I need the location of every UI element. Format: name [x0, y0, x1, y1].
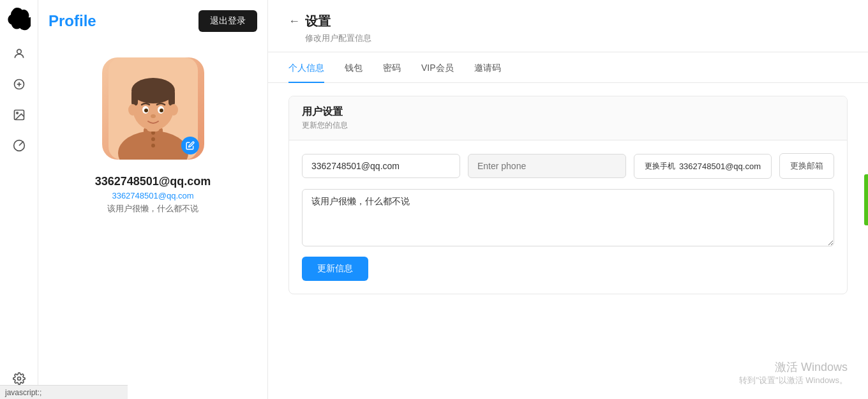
profile-panel: Profile 退出登录 [38, 0, 268, 399]
profile-email: 3362748501@qq.com [95, 175, 211, 188]
profile-bio: 该用户很懒，什么都不说 [107, 203, 198, 215]
settings-card-title: 用户设置 [302, 105, 834, 119]
svg-point-23 [144, 109, 148, 112]
settings-card-body: 更换手机 3362748501@qq.com 更换邮箱 该用户很懒，什么都不说 … [289, 140, 847, 294]
settings-card-subtitle: 更新您的信息 [302, 120, 834, 131]
tabs-bar: 个人信息 钱包 密码 VIP会员 邀请码 [268, 52, 868, 83]
profile-email-secondary: 3362748501@qq.com [112, 191, 193, 200]
profile-header: Profile 退出登录 [49, 10, 257, 32]
sidebar-add-icon[interactable] [6, 72, 32, 97]
form-row-3: 更新信息 [302, 257, 834, 281]
email-field[interactable] [302, 154, 460, 178]
app-logo[interactable] [8, 8, 31, 31]
settings-card-header: 用户设置 更新您的信息 [289, 96, 847, 140]
tab-invite-code[interactable]: 邀请码 [474, 52, 501, 83]
svg-point-25 [151, 114, 156, 118]
bio-textarea[interactable]: 该用户很懒，什么都不说 [302, 189, 834, 246]
profile-title: Profile [49, 12, 96, 30]
browser-status-bar: javascript:; [0, 385, 128, 399]
svg-rect-18 [131, 88, 175, 100]
sidebar-gallery-icon[interactable] [6, 102, 32, 128]
tab-password[interactable]: 密码 [383, 52, 401, 83]
main-header: ← 设置 修改用户配置信息 [268, 0, 868, 52]
svg-point-11 [151, 137, 155, 141]
change-email-button[interactable]: 更换邮箱 [779, 153, 834, 179]
tab-personal-info[interactable]: 个人信息 [288, 52, 324, 83]
svg-point-20 [169, 104, 178, 116]
change-phone-button[interactable]: 更换手机 3362748501@qq.com [634, 154, 772, 179]
sidebar [0, 0, 38, 399]
windows-activate-watermark: 激活 Windows 转到"设置"以激活 Windows。 [739, 359, 848, 386]
back-nav: ← 设置 [288, 13, 848, 30]
green-status-bar [864, 174, 868, 225]
tab-wallet[interactable]: 钱包 [345, 52, 363, 83]
back-arrow-icon[interactable]: ← [288, 15, 300, 28]
svg-point-6 [17, 377, 20, 380]
settings-card: 用户设置 更新您的信息 更换手机 3362748501@qq.com 更换邮箱 … [288, 96, 848, 294]
tab-vip[interactable]: VIP会员 [421, 52, 454, 83]
sidebar-leaf-icon[interactable] [6, 133, 32, 158]
phone-field[interactable] [468, 154, 626, 178]
page-subtitle: 修改用户配置信息 [305, 33, 848, 44]
update-info-button[interactable]: 更新信息 [302, 257, 368, 281]
form-row-1: 更换手机 3362748501@qq.com 更换邮箱 [302, 153, 834, 179]
sidebar-person-icon[interactable] [6, 41, 32, 66]
avatar-edit-button[interactable] [181, 137, 199, 154]
svg-point-19 [128, 104, 137, 116]
avatar-wrapper [102, 57, 204, 160]
svg-point-12 [151, 144, 155, 147]
svg-point-24 [160, 109, 163, 112]
svg-point-0 [17, 49, 21, 54]
main-content: ← 设置 修改用户配置信息 个人信息 钱包 密码 VIP会员 邀请码 用户设置 … [268, 0, 868, 399]
form-row-2: 该用户很懒，什么都不说 [302, 189, 834, 246]
logout-button[interactable]: 退出登录 [198, 10, 257, 32]
svg-point-5 [16, 112, 17, 114]
page-title: 设置 [305, 13, 331, 30]
